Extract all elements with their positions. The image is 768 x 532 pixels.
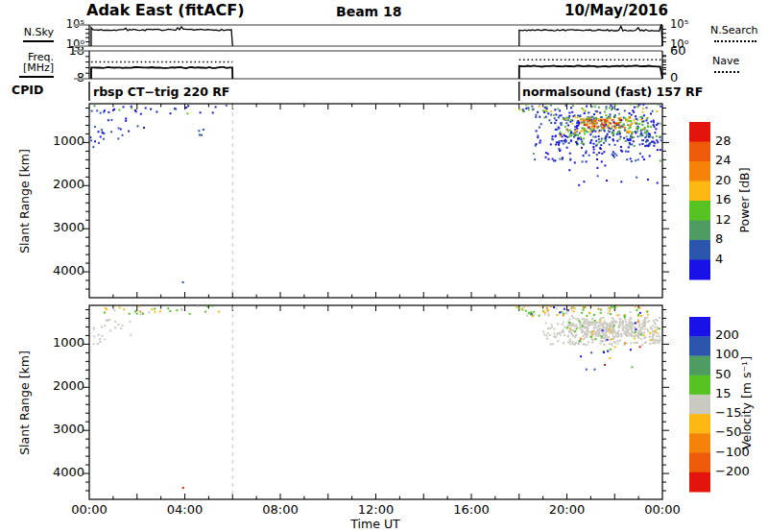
- velocity-colorbar-segment: [689, 375, 710, 396]
- velocity-colorbar-segment: [689, 414, 710, 434]
- power-colorbar-segment: [689, 260, 710, 280]
- velocity-colorbar-tick: 15: [715, 387, 732, 400]
- x-tick-label: 04:00: [156, 503, 214, 517]
- velocity-colorbar-segment: [689, 317, 710, 337]
- power-colorbar: [689, 122, 710, 280]
- velocity-colorbar-tick: 50: [715, 368, 732, 381]
- velocity-colorbar-segment: [689, 395, 710, 415]
- velocity-colorbar-tick: 200: [715, 328, 739, 342]
- x-tick-label: 00:00: [634, 503, 691, 517]
- velocity-colorbar-segment: [689, 355, 710, 375]
- velocity-colorbar-tick: 100: [715, 348, 739, 361]
- power-colorbar-segment: [689, 221, 710, 241]
- x-tick-label: 12:00: [348, 503, 405, 517]
- x-tick-label: 20:00: [539, 503, 596, 517]
- power-ytick-label: 1000: [38, 134, 84, 148]
- velocity-panel: [83, 304, 669, 499]
- cpid-row: [89, 82, 519, 101]
- velocity-colorbar-tick: −200: [715, 465, 750, 478]
- velocity-colorbar-segment: [689, 433, 710, 453]
- power-colorbar-tick: 16: [715, 193, 732, 206]
- power-ytick-label: 4000: [38, 264, 84, 278]
- freq-panel: [74, 51, 666, 79]
- power-colorbar-tick: 20: [715, 174, 732, 187]
- velocity-colorbar-segment: [689, 453, 710, 473]
- velocity-colorbar-tick: −50: [715, 425, 741, 439]
- velocity-ytick-label: 1000: [38, 336, 84, 350]
- power-colorbar-tick: 8: [715, 232, 723, 246]
- power-colorbar-segment: [689, 122, 710, 142]
- x-tick-label: 00:00: [60, 503, 118, 517]
- power-ytick-label: 2000: [38, 178, 84, 191]
- x-tick-label: 16:00: [443, 503, 500, 517]
- noise-panel: [74, 24, 666, 46]
- power-colorbar-segment: [689, 142, 710, 162]
- power-ytick-label: 3000: [38, 221, 84, 234]
- velocity-colorbar-segment: [689, 472, 710, 493]
- power-colorbar-tick: 28: [715, 134, 732, 148]
- power-colorbar-segment: [689, 181, 710, 202]
- velocity-scatter: [93, 304, 661, 489]
- power-colorbar-tick: 12: [715, 213, 732, 227]
- power-panel: [83, 103, 669, 298]
- power-colorbar-segment: [689, 161, 710, 181]
- velocity-ytick-label: 3000: [38, 423, 84, 436]
- velocity-ytick-label: 2000: [38, 379, 84, 393]
- velocity-colorbar-segment: [689, 336, 710, 356]
- power-colorbar-tick: 4: [715, 253, 723, 266]
- velocity-colorbar-tick: −15: [715, 406, 741, 420]
- power-colorbar-segment: [689, 240, 710, 260]
- x-tick-label: 08:00: [252, 503, 309, 517]
- velocity-colorbar-tick: −100: [715, 446, 750, 459]
- power-scatter: [89, 103, 661, 283]
- velocity-ytick-label: 4000: [38, 466, 84, 479]
- power-colorbar-segment: [689, 201, 710, 221]
- radar-summary-plot: Adak East (fitACF) Beam 18 10/May/2016 N…: [0, 0, 768, 532]
- plot-canvas: [0, 0, 768, 532]
- power-colorbar-tick: 24: [715, 154, 732, 167]
- velocity-colorbar: [689, 317, 710, 493]
